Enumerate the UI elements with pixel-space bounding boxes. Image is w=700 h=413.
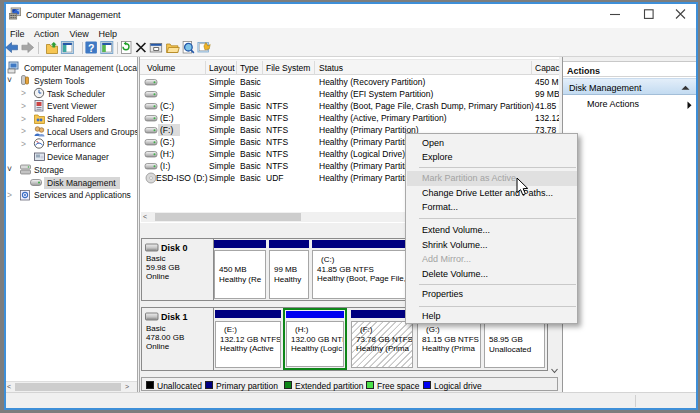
svg-text:?: ?: [88, 42, 94, 54]
